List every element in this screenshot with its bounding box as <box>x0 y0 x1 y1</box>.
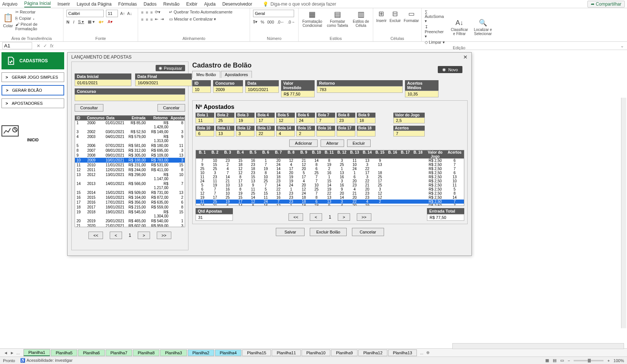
id-input[interactable] <box>192 86 211 93</box>
table-row[interactable]: 10200910/01/2021R$ 188,00R$ 783,003 <box>75 158 185 163</box>
table-row[interactable]: 12201112/01/2021R$ 244,00R$ 411,008 <box>75 167 185 172</box>
menu-layout[interactable]: Layout da Página <box>77 1 111 7</box>
menu-inserir[interactable]: Inserir <box>57 1 70 7</box>
cond-format-icon[interactable]: ▦ <box>309 10 316 19</box>
bpager-last[interactable]: >> <box>357 213 371 221</box>
bgrid-header[interactable]: B. 1 <box>196 150 209 159</box>
format-cells-label[interactable]: Formatar <box>404 19 419 23</box>
sheet-nav-next[interactable]: ► <box>10 351 14 355</box>
cancel-formula-icon[interactable]: ✕ <box>37 43 40 48</box>
decrease-font-icon[interactable]: A↓ <box>127 11 132 16</box>
sheet-nav-prev[interactable]: ◄ <box>4 351 8 355</box>
accessibility-status[interactable]: ♿ Acessibilidade: investigar <box>20 358 72 363</box>
orientation-icon[interactable]: ⟳▾ <box>155 10 160 15</box>
excluir-button[interactable]: Excluir <box>347 139 371 147</box>
menu-ajuda[interactable]: Ajuda <box>204 1 216 7</box>
pesquisar-toggle[interactable]: ◉Pesquisar <box>156 65 185 71</box>
sheet-more-label[interactable]: ... <box>420 351 423 355</box>
table-row[interactable]: 5200607/01/2021R$ 581,00R$ 180,0011 <box>75 143 185 148</box>
indent-inc-icon[interactable]: ⇥ <box>160 17 164 22</box>
menu-arquivo[interactable]: Arquivo <box>2 1 18 7</box>
ball-input[interactable] <box>196 117 214 123</box>
bgrid-header[interactable]: B. 10 <box>310 150 323 159</box>
menu-revisao[interactable]: Revisão <box>163 1 180 7</box>
share-button[interactable]: ➦ Compartilhar <box>587 1 625 7</box>
bgrid-header[interactable]: B. 18 <box>412 150 424 159</box>
ball-input[interactable] <box>337 131 355 136</box>
format-painter-button[interactable]: 🖌 Pincel de Formatação <box>15 22 60 31</box>
qtd-input[interactable] <box>196 214 233 221</box>
cancelar-search-button[interactable]: Cancelar <box>157 104 185 112</box>
sheet-tab[interactable]: Planilha7 <box>106 349 132 356</box>
sheet-tab[interactable]: Planilha4 <box>215 349 241 356</box>
pager-next[interactable]: > <box>138 232 150 239</box>
table-row[interactable]: 9200809/01/2021R$ 305,00R$ 109,0013 <box>75 153 185 158</box>
table-row[interactable]: 241121171325231947153202217R$ 2,5010 <box>196 179 464 183</box>
valor-input[interactable] <box>281 91 315 97</box>
extra-input[interactable] <box>393 117 425 123</box>
ball-input[interactable] <box>216 117 234 123</box>
bgrid-header[interactable]: B. 11 <box>323 150 336 159</box>
ball-input[interactable] <box>256 117 275 123</box>
balls-grid[interactable]: B. 1B. 2B. 3B. 4B. 5B. 6B. 7B. 8B. 9B. 1… <box>196 150 464 206</box>
align-bottom-icon[interactable]: ≡ <box>150 10 153 15</box>
zoom-slider[interactable] <box>574 360 603 361</box>
close-icon[interactable]: ✕ <box>463 54 468 60</box>
bgrid-header[interactable]: B. 8 <box>285 150 297 159</box>
insert-cells-label[interactable]: Inserir <box>376 19 387 23</box>
table-row[interactable]: 8200708/01/2021R$ 312,00R$ 695,003 <box>75 148 185 153</box>
sheet-tab[interactable]: Planilha6 <box>78 349 104 356</box>
zoom-in-icon[interactable]: + <box>607 358 609 363</box>
table-row[interactable]: 18201718/01/2021R$ 215,00R$ 559,008 <box>75 205 185 210</box>
zoom-level[interactable]: 100% <box>614 358 624 363</box>
bgrid-header[interactable]: Valor do Jogo <box>424 150 446 159</box>
ball-input[interactable] <box>357 131 375 136</box>
underline-button[interactable]: S ▾ <box>78 19 84 24</box>
bgrid-header[interactable]: B. 7 <box>272 150 285 159</box>
fx-icon[interactable]: fx <box>50 43 53 48</box>
format-table-label[interactable]: Formatar como Tabela <box>327 19 349 28</box>
sheet-tab[interactable]: Planilha13 <box>388 349 417 356</box>
ball-input[interactable] <box>236 117 255 123</box>
table-row[interactable]: 15201415/01/2021R$ 509,00R$ 731,0013 <box>75 190 185 195</box>
align-left-icon[interactable]: ≡ <box>141 17 143 22</box>
data-inicial-input[interactable] <box>75 79 131 86</box>
table-row[interactable]: 1200001/01/2021R$ 85,00R$ 1.428,008 <box>75 120 185 129</box>
cancelar-button[interactable]: Cancelar <box>352 228 384 236</box>
dec-decimal-icon[interactable]: .0→ <box>287 20 295 24</box>
align-middle-icon[interactable]: ≡ <box>146 10 148 15</box>
fill-color-button[interactable]: ◆▾ <box>99 19 104 24</box>
grid-header[interactable]: Entrada <box>127 116 147 120</box>
fill-button[interactable]: ↧ Preencher ▾ <box>425 25 446 39</box>
ball-input[interactable] <box>357 117 375 123</box>
pager-last[interactable]: >> <box>157 232 171 239</box>
sheet-tab[interactable]: Planilha2 <box>188 349 214 356</box>
sheet-tab[interactable]: Planilha10 <box>302 349 330 356</box>
sidebar-item-jogo-simples[interactable]: >GERAR JOGO SIMPLES <box>1 72 64 82</box>
results-grid[interactable]: IDConcursoDataEntradaRetornoApostadores1… <box>75 115 185 227</box>
grid-header[interactable]: Data <box>105 116 127 120</box>
table-row[interactable]: 1271019251513232472220212312R$ 2,508 <box>196 191 464 195</box>
table-row[interactable]: 19172515141116231881314202312R$ 2,5014 <box>196 195 464 200</box>
bgrid-header[interactable]: B. 16 <box>386 150 399 159</box>
sheet-tab[interactable]: Planilha5 <box>51 349 77 356</box>
ball-input[interactable] <box>196 131 214 136</box>
sheet-tab[interactable]: Planilha11 <box>272 349 300 356</box>
retorno-input[interactable] <box>317 86 403 93</box>
ball-input[interactable] <box>337 117 355 123</box>
font-size-select[interactable] <box>106 10 118 17</box>
bpager-first[interactable]: << <box>288 213 303 221</box>
table-row[interactable]: 20201920/01/2021R$ 465,00R$ 540,001 <box>75 219 185 223</box>
italic-button[interactable]: I <box>73 20 74 24</box>
ball-input[interactable] <box>316 131 335 136</box>
grid-header[interactable]: Apostadores <box>169 116 185 120</box>
formula-expand-icon[interactable]: ⌄ <box>617 43 627 48</box>
border-button[interactable]: ▦ ▾ <box>88 19 95 24</box>
find-select-icon[interactable]: 🔍 <box>479 19 487 27</box>
align-center-icon[interactable]: ≡ <box>146 17 148 22</box>
grid-header[interactable]: ID <box>75 116 85 120</box>
table-row[interactable]: 7102315161201221148311139R$ 2,506 <box>196 159 464 163</box>
table-row[interactable]: 13201213/01/2021R$ 298,00R$ 1.147,0010 <box>75 172 185 181</box>
consultar-button[interactable]: Consultar <box>75 104 103 112</box>
bgrid-header[interactable]: B. 13 <box>348 150 361 159</box>
